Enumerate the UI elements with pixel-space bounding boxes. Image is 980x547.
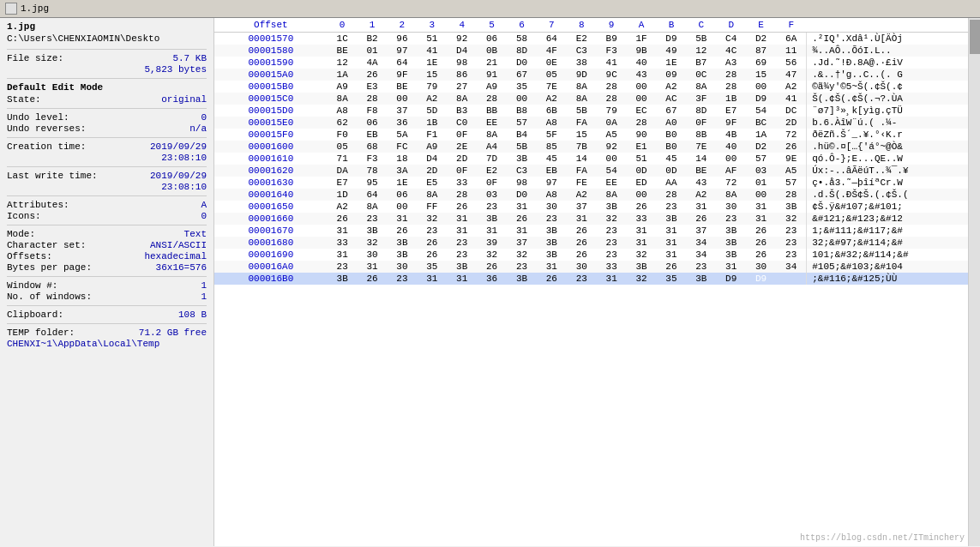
hex-cell[interactable]: 32 — [597, 213, 627, 225]
hex-cell[interactable]: 26 — [358, 273, 388, 285]
hex-cell[interactable]: 30 — [387, 261, 417, 273]
hex-cell[interactable]: 31 — [686, 201, 716, 213]
hex-cell[interactable]: 67 — [656, 105, 686, 117]
hex-cell[interactable]: DA — [328, 165, 358, 177]
hex-cell[interactable]: 8A — [477, 129, 507, 141]
hex-cell[interactable]: A2 — [776, 81, 807, 93]
hex-cell[interactable]: 31 — [627, 225, 657, 237]
hex-cell[interactable]: A8 — [537, 117, 567, 129]
hex-cell[interactable]: 3A — [387, 165, 417, 177]
hex-cell[interactable]: 31 — [447, 225, 477, 237]
hex-cell[interactable]: 00 — [746, 81, 776, 93]
hex-cell[interactable]: 28 — [447, 189, 477, 201]
hex-cell[interactable]: 33 — [328, 237, 358, 249]
hex-cell[interactable]: E7 — [716, 105, 746, 117]
hex-cell[interactable]: 64 — [537, 33, 567, 45]
hex-cell[interactable]: 15 — [417, 69, 447, 81]
hex-cell[interactable]: 57 — [776, 177, 807, 189]
hex-cell[interactable]: EE — [477, 117, 507, 129]
hex-cell[interactable]: C0 — [447, 117, 477, 129]
hex-cell[interactable]: 9C — [597, 69, 627, 81]
hex-cell[interactable]: 49 — [656, 45, 686, 57]
hex-cell[interactable]: 6B — [537, 105, 567, 117]
hex-cell[interactable]: 0F — [447, 129, 477, 141]
hex-cell[interactable]: A9 — [477, 81, 507, 93]
hex-cell[interactable]: EC — [627, 105, 657, 117]
hex-cell[interactable]: 31 — [656, 225, 686, 237]
hex-cell[interactable]: D4 — [417, 153, 447, 165]
hex-cell[interactable]: 8A — [567, 81, 597, 93]
hex-cell[interactable]: 14 — [686, 153, 716, 165]
hex-cell[interactable]: 92 — [597, 141, 627, 153]
hex-cell[interactable]: 26 — [417, 249, 447, 261]
hex-cell[interactable]: 23 — [597, 225, 627, 237]
hex-cell[interactable]: 36 — [477, 273, 507, 285]
hex-cell[interactable]: 05 — [537, 69, 567, 81]
hex-cell[interactable]: 1B — [417, 117, 447, 129]
hex-cell[interactable]: 34 — [686, 237, 716, 249]
hex-cell[interactable]: 32 — [358, 237, 388, 249]
hex-cell[interactable]: 26 — [328, 213, 358, 225]
hex-cell[interactable]: D4 — [447, 45, 477, 57]
hex-cell[interactable]: 9E — [776, 153, 807, 165]
hex-cell[interactable]: BC — [746, 117, 776, 129]
hex-cell[interactable]: 26 — [776, 141, 807, 153]
hex-cell[interactable]: 30 — [567, 261, 597, 273]
hex-cell[interactable]: 3B — [328, 273, 358, 285]
hex-cell[interactable]: 35 — [656, 273, 686, 285]
hex-cell[interactable]: 23 — [537, 213, 567, 225]
hex-cell[interactable]: 12 — [686, 45, 716, 57]
hex-cell[interactable]: 14 — [567, 153, 597, 165]
hex-cell[interactable]: 01 — [746, 177, 776, 189]
hex-cell[interactable]: A5 — [776, 165, 807, 177]
hex-cell[interactable]: 1F — [627, 33, 657, 45]
hex-cell[interactable]: DC — [776, 105, 807, 117]
hex-cell[interactable]: 26 — [477, 261, 507, 273]
hex-cell[interactable]: 28 — [776, 189, 807, 201]
hex-cell[interactable]: 41 — [417, 45, 447, 57]
hex-cell[interactable]: 35 — [417, 261, 447, 273]
hex-cell[interactable]: 3B — [686, 273, 716, 285]
hex-cell[interactable]: 23 — [507, 261, 537, 273]
hex-cell[interactable]: 1C — [328, 33, 358, 45]
hex-cell[interactable]: 31 — [328, 249, 358, 261]
hex-cell[interactable]: 41 — [597, 57, 627, 69]
hex-cell[interactable]: AA — [656, 177, 686, 189]
hex-cell[interactable]: 26 — [447, 201, 477, 213]
hex-cell[interactable]: 85 — [537, 141, 567, 153]
hex-cell[interactable]: 03 — [746, 165, 776, 177]
hex-cell[interactable]: D9 — [656, 33, 686, 45]
hex-cell[interactable]: 23 — [686, 261, 716, 273]
hex-cell[interactable]: 3B — [477, 213, 507, 225]
hex-cell[interactable]: 26 — [358, 69, 388, 81]
hex-cell[interactable]: 00 — [746, 189, 776, 201]
hex-cell[interactable]: 32 — [417, 213, 447, 225]
hex-cell[interactable]: 4F — [537, 45, 567, 57]
hex-cell[interactable]: 3B — [716, 237, 746, 249]
hex-cell[interactable]: 18 — [387, 153, 417, 165]
hex-cell[interactable]: FE — [567, 177, 597, 189]
hex-cell[interactable]: 3B — [716, 249, 746, 261]
hex-cell[interactable]: 87 — [746, 45, 776, 57]
hex-cell[interactable]: 67 — [507, 69, 537, 81]
hex-cell[interactable]: 3B — [447, 261, 477, 273]
hex-cell[interactable]: D9 — [716, 273, 746, 285]
hex-cell[interactable]: 32 — [507, 249, 537, 261]
hex-cell[interactable]: 31 — [746, 201, 776, 213]
hex-cell[interactable]: 8A — [417, 189, 447, 201]
hex-cell[interactable]: 31 — [627, 237, 657, 249]
hex-cell[interactable]: 01 — [358, 45, 388, 57]
hex-cell[interactable]: 33 — [447, 177, 477, 189]
hex-cell[interactable]: 31 — [387, 213, 417, 225]
hex-cell[interactable]: 79 — [597, 105, 627, 117]
hex-cell[interactable]: 4B — [716, 129, 746, 141]
hex-cell[interactable]: F0 — [328, 129, 358, 141]
hex-cell[interactable]: 31 — [656, 249, 686, 261]
hex-cell[interactable]: 8A — [358, 201, 388, 213]
hex-cell[interactable]: 8D — [507, 45, 537, 57]
hex-cell[interactable]: 5A — [387, 129, 417, 141]
hex-cell[interactable]: 86 — [447, 69, 477, 81]
hex-cell[interactable]: 23 — [477, 201, 507, 213]
hex-cell[interactable]: 31 — [328, 225, 358, 237]
hex-cell[interactable]: 28 — [627, 117, 657, 129]
